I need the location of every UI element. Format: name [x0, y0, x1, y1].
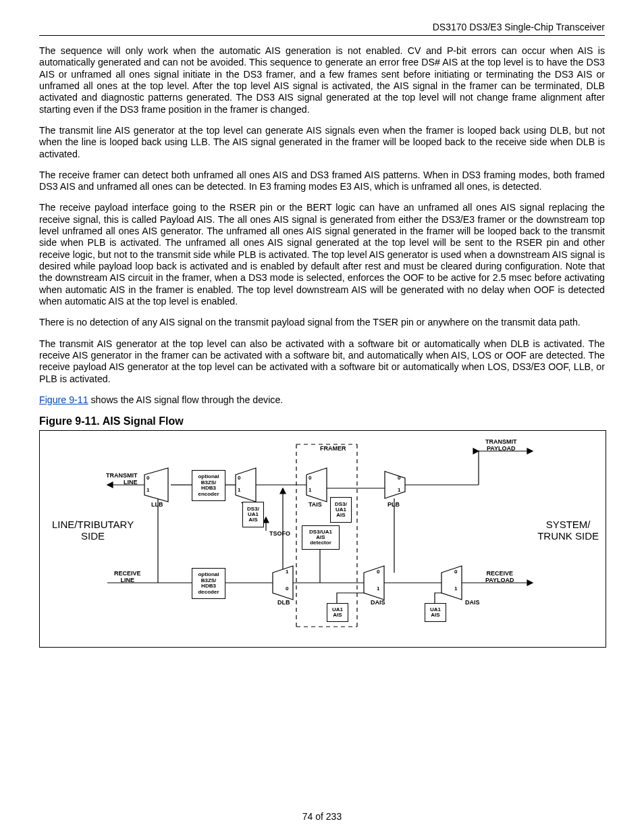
figure-title: Figure 9-11. AIS Signal Flow — [39, 415, 605, 427]
box-ua1-ais-1: UA1 AIS — [327, 603, 348, 622]
label-dais-1: DAIS — [371, 600, 385, 606]
label-dlb: DLB — [277, 600, 290, 606]
figure-9-11-diagram: LINE/TRIBUTARY SIDE SYSTEM/ TRUNK SIDE T… — [39, 430, 606, 648]
mux-dais2-0: 0 — [454, 569, 457, 575]
label-framer: FRAMER — [320, 446, 346, 452]
mux-dais1-0: 0 — [377, 569, 379, 575]
label-transmit-payload: TRANSMIT PAYLOAD — [485, 439, 517, 452]
doc-header-title: DS3170 DS3/E3 Single-Chip Transceiver — [39, 22, 605, 36]
box-ds3ua1-ais-2: DS3/ UA1 AIS — [330, 497, 352, 523]
paragraph-1: The sequence will only work when the aut… — [39, 45, 605, 115]
label-system-side: SYSTEM/ TRUNK SIDE — [537, 519, 599, 542]
svg-marker-6 — [441, 566, 462, 600]
svg-marker-4 — [273, 566, 293, 600]
label-dais-2: DAIS — [465, 600, 480, 606]
paragraph-7: Figure 9-11 shows the AIS signal flow th… — [39, 394, 605, 406]
label-receive-line: RECEIVE LINE — [114, 571, 141, 583]
svg-marker-3 — [385, 471, 405, 498]
mux-llb-1: 1 — [146, 488, 149, 493]
label-transmit-line: TRANSMIT LINE — [106, 473, 138, 486]
box-decoder: optional B3ZS/ HDB3 decoder — [192, 568, 225, 599]
label-receive-payload: RECEIVE PAYLOAD — [485, 571, 514, 583]
paragraph-4: The receive payload interface going to t… — [39, 202, 605, 307]
box-ds3ua1-detector: DS3/UA1 AIS detector — [302, 525, 340, 550]
svg-marker-2 — [306, 468, 327, 502]
mux-dais1-1: 1 — [377, 586, 379, 592]
mux-tais1-1: 1 — [238, 488, 240, 493]
box-ds3ua1-ais-1: DS3/ UA1 AIS — [242, 502, 264, 527]
box-ua1-ais-2: UA1 AIS — [425, 603, 446, 622]
mux-plb-1: 1 — [398, 488, 400, 493]
paragraph-5: There is no detection of any AIS signal … — [39, 317, 605, 328]
paragraph-7-suffix: shows the AIS signal flow through the de… — [88, 394, 284, 405]
paragraph-2: The transmit line AIS generator at the t… — [39, 125, 605, 160]
mux-plb-0: 0 — [398, 475, 400, 481]
label-llb: LLB — [151, 502, 163, 508]
box-encoder: optional B3ZS/ HDB3 encoder — [192, 470, 225, 501]
svg-marker-0 — [144, 468, 168, 502]
mux-llb-0: 0 — [146, 475, 149, 481]
paragraph-6: The transmit AIS generator at the top le… — [39, 338, 605, 385]
mux-tais2-1: 1 — [308, 488, 311, 493]
label-line-side: LINE/TRIBUTARY SIDE — [52, 519, 134, 542]
label-tais-2: TAIS — [308, 502, 322, 508]
svg-marker-5 — [364, 566, 384, 600]
mux-tais2-0: 0 — [308, 475, 311, 481]
mux-dlb-1: 1 — [286, 569, 288, 575]
figure-link-9-11[interactable]: Figure 9-11 — [39, 394, 88, 405]
paragraph-3: The receive framer can detect both unfra… — [39, 170, 605, 193]
mux-dais2-1: 1 — [454, 586, 457, 592]
svg-marker-1 — [236, 468, 256, 502]
mux-dlb-0: 0 — [286, 586, 288, 592]
mux-tais1-0: 0 — [238, 475, 240, 481]
page-footer: 74 of 233 — [0, 811, 644, 822]
label-tsofo: TSOFO — [269, 531, 290, 537]
label-plb: PLB — [387, 502, 400, 508]
